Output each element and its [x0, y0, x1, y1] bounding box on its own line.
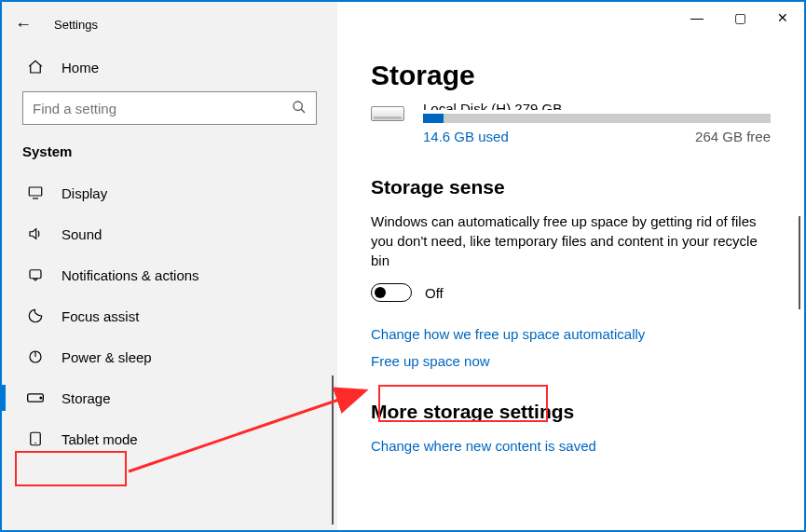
storage-sense-toggle-row: Off: [371, 283, 771, 302]
drive-row: Local Disk (H) 279 GB 14.6 GB used 264 G…: [371, 101, 771, 144]
sidebar: ← Settings Home System Display: [2, 2, 337, 530]
sidebar-scrollbar[interactable]: [332, 375, 334, 525]
storage-sense-toggle[interactable]: [371, 283, 412, 302]
sidebar-item-label: Focus assist: [61, 308, 139, 324]
category-header: System: [2, 134, 337, 172]
drive-name: Local Disk (H) 279 GB: [423, 101, 771, 110]
link-free-space-now[interactable]: Free up space now: [371, 353, 771, 369]
link-change-auto[interactable]: Change how we free up space automaticall…: [371, 326, 771, 342]
page-title: Storage: [371, 60, 771, 91]
nav-list: Display Sound Notifications & actions Fo…: [2, 172, 337, 459]
sidebar-item-label: Sound: [61, 226, 102, 242]
usage-bar: [423, 114, 771, 123]
power-icon: [26, 348, 45, 366]
focus-icon: [26, 307, 45, 325]
sound-icon: [26, 225, 45, 243]
titlebar: ← Settings: [2, 2, 337, 47]
close-button[interactable]: ✕: [761, 2, 804, 34]
search-icon: [292, 100, 307, 117]
svg-rect-2: [29, 187, 42, 196]
drive-icon: [371, 106, 404, 121]
sidebar-item-label: Notifications & actions: [61, 267, 199, 283]
sidebar-item-focus[interactable]: Focus assist: [2, 295, 337, 336]
search-input[interactable]: [33, 101, 292, 116]
sidebar-item-storage[interactable]: Storage: [2, 377, 337, 418]
storage-sense-description: Windows can automatically free up space …: [371, 211, 771, 270]
maximize-button[interactable]: ▢: [718, 2, 761, 34]
free-label: 264 GB free: [695, 129, 771, 144]
link-change-save-location[interactable]: Change where new content is saved: [371, 438, 771, 454]
svg-point-8: [40, 397, 42, 399]
content: — ▢ ✕ Storage Local Disk (H) 279 GB 14.6…: [337, 2, 804, 530]
used-label: 14.6 GB used: [423, 129, 509, 144]
sidebar-item-home[interactable]: Home: [2, 47, 337, 88]
sidebar-item-sound[interactable]: Sound: [2, 213, 337, 254]
back-button[interactable]: ←: [15, 15, 32, 34]
sidebar-item-tablet[interactable]: Tablet mode: [2, 418, 337, 459]
sidebar-item-display[interactable]: Display: [2, 172, 337, 213]
notifications-icon: [26, 266, 45, 284]
more-settings-heading: More storage settings: [371, 401, 771, 423]
app-title: Settings: [54, 18, 98, 32]
tablet-icon: [26, 430, 45, 448]
storage-sense-heading: Storage sense: [371, 176, 771, 198]
window-controls: — ▢ ✕: [676, 2, 804, 34]
minimize-button[interactable]: —: [676, 2, 718, 34]
home-icon: [26, 58, 45, 76]
svg-rect-4: [30, 270, 41, 279]
sidebar-item-power[interactable]: Power & sleep: [2, 336, 337, 377]
svg-line-1: [301, 109, 305, 113]
search-box[interactable]: [22, 91, 317, 125]
svg-point-0: [294, 102, 302, 110]
home-label: Home: [61, 60, 99, 75]
sidebar-item-label: Display: [61, 185, 107, 201]
usage-bar-fill: [423, 114, 444, 123]
monitor-icon: [26, 184, 45, 202]
toggle-state-label: Off: [425, 285, 444, 301]
search-wrap: [2, 88, 337, 134]
sidebar-item-notifications[interactable]: Notifications & actions: [2, 254, 337, 295]
sidebar-item-label: Power & sleep: [61, 349, 152, 365]
content-scrollbar[interactable]: [799, 216, 800, 309]
sidebar-item-label: Tablet mode: [61, 431, 138, 447]
sidebar-item-label: Storage: [61, 390, 111, 406]
storage-icon: [26, 389, 45, 407]
